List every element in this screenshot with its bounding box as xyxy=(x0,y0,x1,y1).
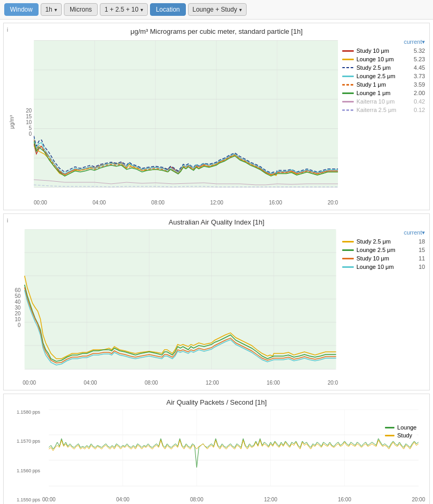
legend-item: Study xyxy=(385,432,417,438)
legend-item: Study 1 μm 3.59 xyxy=(342,81,425,88)
x-tick: 00:00 xyxy=(23,380,36,386)
x-tick: 20:0 xyxy=(328,380,338,386)
microns-button[interactable]: Microns xyxy=(64,3,98,16)
location-value: Lounge + Study xyxy=(193,6,237,13)
chart1-y-label: μg/m³ xyxy=(8,115,15,129)
legend-label: Study 2.5 μm xyxy=(356,64,391,71)
chart3-y-axis: 1.1580 pps 1.1570 pps 1.1560 pps 1.1550 … xyxy=(8,409,42,502)
legend-item: Study 2.5 μm 18 xyxy=(342,238,425,245)
y-tick: 1.1560 pps xyxy=(16,468,40,473)
legend-value: 2.00 xyxy=(410,90,425,96)
legend-item: Study 10 μm 11 xyxy=(342,255,425,262)
microns-dropdown[interactable]: 1 + 2.5 + 10 ▾ xyxy=(100,3,148,16)
chart3-legend: Lounge Study xyxy=(385,424,417,438)
chart1-inner: 00:00 04:00 08:00 12:00 16:00 20:0 xyxy=(34,39,338,206)
legend-label: Lounge xyxy=(397,424,417,431)
legend-label: Kaiterra 2.5 μm xyxy=(356,107,396,113)
y-tick: 20 xyxy=(26,108,32,114)
aqi-panel: i Australian Air Quality Index [1h] 60 5… xyxy=(3,213,430,390)
y-tick: 30 xyxy=(15,305,21,311)
legend-value: 10 xyxy=(410,264,425,270)
legend-label: Lounge 1 μm xyxy=(356,90,390,96)
chart2-legend: current▾ Study 2.5 μm 18 Lounge 2.5 μm 1… xyxy=(338,229,425,386)
x-tick: 12:00 xyxy=(206,380,219,386)
time-arrow: ▾ xyxy=(54,7,57,13)
legend-item: Lounge 2.5 μm 3.73 xyxy=(342,73,425,79)
time-dropdown[interactable]: 1h ▾ xyxy=(41,3,62,16)
chart2-y-axis: 60 50 40 30 20 10 0 xyxy=(8,287,23,328)
legend-value: 5.23 xyxy=(410,56,425,62)
x-tick: 04:00 xyxy=(116,497,129,502)
legend-item: Kaiterra 10 μm 0.42 xyxy=(342,98,425,105)
location-dropdown[interactable]: Lounge + Study ▾ xyxy=(188,3,247,16)
svg-rect-23 xyxy=(49,409,419,486)
legend-label: Lounge 2.5 μm xyxy=(356,73,396,79)
chart3-title: Air Quality Packets / Second [1h] xyxy=(8,398,425,406)
legend-label: Study 2.5 μm xyxy=(356,238,391,245)
legend-value: 5.32 xyxy=(410,48,425,54)
x-tick: 04:00 xyxy=(92,200,106,206)
legend-label: Study 10 μm xyxy=(356,48,389,54)
legend-label: Lounge 10 μm xyxy=(356,56,394,62)
x-tick: 16:00 xyxy=(267,380,280,386)
x-tick: 08:00 xyxy=(152,200,165,206)
legend-value: 3.59 xyxy=(410,81,425,88)
y-tick: 5 xyxy=(29,125,32,131)
y-tick: 10 xyxy=(15,316,21,322)
y-tick: 40 xyxy=(15,299,21,305)
legend-item: Lounge 10 μm 10 xyxy=(342,264,425,270)
legend-value: 4.45 xyxy=(410,64,425,71)
svg-rect-0 xyxy=(34,41,338,188)
chart3-svg xyxy=(42,409,425,494)
legend-item: Lounge 10 μm 5.23 xyxy=(342,56,425,62)
x-tick: 00:00 xyxy=(42,497,55,502)
legend-item: Study 2.5 μm 4.45 xyxy=(342,64,425,71)
legend-label: Study 10 μm xyxy=(356,255,389,262)
x-tick: 16:00 xyxy=(269,200,282,206)
legend-value: 18 xyxy=(410,238,425,245)
chart1-y-axis: 20 15 10 5 0 xyxy=(15,108,34,137)
legend-label: Kaiterra 10 μm xyxy=(356,98,394,105)
window-button[interactable]: Window xyxy=(4,3,39,16)
y-tick: 1.1570 pps xyxy=(16,438,40,444)
chart2-container: 60 50 40 30 20 10 0 xyxy=(8,229,425,386)
chart2-legend-header[interactable]: current▾ xyxy=(342,229,425,236)
legend-label: Lounge 2.5 μm xyxy=(356,247,396,253)
legend-item: Lounge 1 μm 2.00 xyxy=(342,90,425,96)
chart1-legend-header[interactable]: current▾ xyxy=(342,39,425,45)
chart2-x-axis: 00:00 04:00 08:00 12:00 16:00 20:0 xyxy=(23,380,338,386)
micrograms-panel: i μg/m³ Micrograms per cubic meter, stan… xyxy=(3,23,430,210)
legend-value: 15 xyxy=(410,247,425,253)
chart1-svg xyxy=(34,39,338,197)
x-tick: 12:00 xyxy=(264,497,277,502)
y-tick: 0 xyxy=(17,322,21,328)
info-icon-2[interactable]: i xyxy=(7,217,8,223)
toolbar: Window 1h ▾ Microns 1 + 2.5 + 10 ▾ Locat… xyxy=(0,0,433,20)
microns-value: 1 + 2.5 + 10 xyxy=(105,6,138,13)
y-tick: 20 xyxy=(15,311,21,316)
y-tick: 50 xyxy=(15,293,21,299)
legend-label: Study xyxy=(397,432,412,438)
legend-value: 0.42 xyxy=(410,98,425,105)
x-tick: 16:00 xyxy=(338,497,351,502)
x-tick: 04:00 xyxy=(84,380,97,386)
legend-value: 0.12 xyxy=(410,107,425,113)
y-tick: 0 xyxy=(29,131,32,137)
x-tick: 20:00 xyxy=(412,497,425,502)
chart3-inner: Lounge Study xyxy=(42,409,425,502)
chart2-svg xyxy=(23,229,338,377)
y-tick: 1.1550 pps xyxy=(16,497,40,502)
location-button[interactable]: Location xyxy=(150,3,185,16)
info-icon-1[interactable]: i xyxy=(7,26,8,33)
legend-item: Kaiterra 2.5 μm 0.12 xyxy=(342,107,425,113)
microns-arrow: ▾ xyxy=(140,7,143,13)
legend-item: Lounge xyxy=(385,424,417,431)
y-tick: 60 xyxy=(15,287,21,293)
chart1-container: μg/m³ 20 15 10 5 0 xyxy=(8,39,425,206)
location-arrow: ▾ xyxy=(239,7,242,13)
legend-item: Study 10 μm 5.32 xyxy=(342,48,425,54)
x-tick: 08:00 xyxy=(145,380,158,386)
chart3-container: 1.1580 pps 1.1570 pps 1.1560 pps 1.1550 … xyxy=(8,409,425,502)
time-value: 1h xyxy=(45,6,52,13)
legend-label: Study 1 μm xyxy=(356,81,386,88)
